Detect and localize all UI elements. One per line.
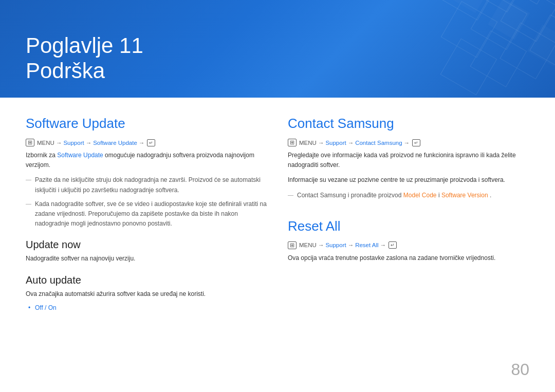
contact-samsung-body1: Pregledajte ove informacije kada vaš pro… [288, 151, 529, 170]
software-update-menu-path: ⊞ MENU → Support → Software Update → ↵ [26, 139, 267, 146]
menu-label-2: MENU [299, 140, 317, 146]
chapter-number: Poglavlje 11 [26, 33, 143, 58]
software-update-inline-link: Software Update [57, 152, 103, 159]
contact-samsung-title: Contact Samsung [288, 116, 529, 132]
arrow-cs-1: → [318, 140, 324, 146]
arrow-3: → [139, 140, 145, 146]
svg-rect-11 [488, 0, 530, 40]
menu-icon-2: ⊞ [288, 139, 297, 146]
contact-samsung-menu-path: ⊞ MENU → Support → Contact Samsung → ↵ [288, 139, 529, 146]
main-content: Software Update ⊞ MENU → Support → Softw… [0, 98, 555, 327]
support-link-ra: Support [325, 242, 346, 248]
page-header: Poglavlje 11 Podrška [0, 0, 555, 98]
auto-update-body: Ova značajka automatski ažurira softver … [26, 289, 267, 299]
contact-samsung-inline-link: Contact Samsung [297, 192, 346, 199]
menu-icon-3: ⊞ [288, 241, 297, 249]
svg-rect-12 [527, 25, 555, 67]
right-column: Contact Samsung ⊞ MENU → Support → Conta… [288, 116, 529, 311]
update-now-title: Update now [26, 239, 267, 251]
software-update-bullet-2: Kada nadogradite softver, sve će se vide… [26, 199, 267, 229]
chapter-title: Podrška [26, 59, 105, 83]
reset-all-body: Ova opcija vraća trenutne postavke zaslo… [288, 253, 529, 263]
reset-all-title: Reset All [288, 218, 529, 234]
contact-samsung-text3: . [490, 192, 491, 199]
svg-rect-10 [449, 0, 491, 13]
header-pattern [298, 0, 555, 98]
arrow-1: → [56, 140, 62, 146]
software-version-link: Software Version [441, 192, 488, 199]
contact-samsung-body2: Informacije su vezane uz pozivne centre … [288, 175, 529, 185]
menu-label-3: MENU [299, 242, 317, 248]
support-link-1: Support [63, 140, 84, 146]
svg-rect-6 [440, 39, 496, 95]
enter-icon: ↵ [147, 139, 155, 146]
arrow-ra-1: → [318, 242, 324, 248]
arrow-ra-2: → [348, 242, 354, 248]
arrow-cs-2: → [348, 140, 354, 146]
enter-icon-3: ↵ [388, 241, 397, 249]
arrow-ra-3: → [380, 242, 386, 248]
software-update-bullet-1: Pazite da ne isključite struju dok nadog… [26, 175, 267, 195]
software-update-link: Software Update [93, 140, 137, 146]
contact-samsung-link: Contact Samsung [355, 140, 402, 146]
software-update-intro: Izbornik za Software Update omogućuje na… [26, 151, 267, 170]
auto-update-link: Off / On [35, 304, 57, 311]
menu-label: MENU [37, 140, 54, 146]
reset-all-link: Reset All [355, 242, 378, 248]
update-now-body: Nadogradite softver na najnoviju verziju… [26, 254, 267, 264]
arrow-2: → [86, 140, 92, 146]
svg-rect-7 [470, 31, 526, 87]
contact-samsung-text1: i pronađite proizvod [348, 192, 403, 199]
support-link-cs: Support [325, 140, 346, 146]
arrow-cs-3: → [404, 140, 410, 146]
enter-icon-2: ↵ [412, 139, 420, 146]
auto-update-options: Off / On [26, 304, 267, 311]
menu-icon: ⊞ [26, 139, 34, 146]
page-number: 80 [511, 360, 529, 379]
header-title: Poglavlje 11 Podrška [26, 33, 143, 83]
auto-update-title: Auto update [26, 274, 267, 286]
left-column: Software Update ⊞ MENU → Support → Softw… [26, 116, 267, 311]
software-update-title: Software Update [26, 116, 267, 132]
model-code-link: Model Code [403, 192, 437, 199]
contact-samsung-body3: Contact Samsung i pronađite proizvod Mod… [288, 191, 529, 200]
reset-all-menu-path: ⊞ MENU → Support → Reset All → ↵ [288, 241, 529, 249]
svg-rect-3 [441, 2, 497, 58]
